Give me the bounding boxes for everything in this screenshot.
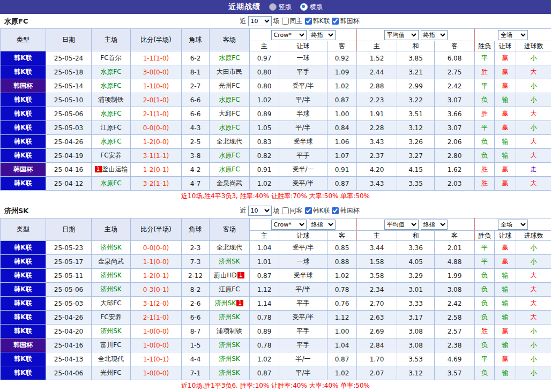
home-team[interactable]: 富川FC — [92, 338, 131, 352]
match-score[interactable]: 1-0(0-0) — [131, 338, 182, 352]
away-team[interactable]: 光州FC — [210, 79, 250, 93]
away-team[interactable]: 江原FC — [210, 283, 250, 297]
layout-option-vertical[interactable]: 竖版 — [269, 3, 292, 12]
away-team[interactable]: 全北现代 — [210, 241, 250, 255]
match-score[interactable]: 2-0(1-0) — [131, 93, 182, 107]
away-team[interactable]: 水原FC — [210, 149, 250, 163]
euro-draw-odds: 2.99 — [397, 79, 435, 93]
recent-label: 近 — [240, 206, 247, 215]
home-team[interactable]: 水原FC — [92, 135, 131, 149]
kleague-filter[interactable]: 韩K联 — [304, 17, 330, 26]
result-select-cell: 全场 — [475, 29, 551, 41]
team-name: 水原FC — [100, 138, 121, 145]
match-score[interactable]: 1-0(0-0) — [131, 325, 182, 338]
home-team[interactable]: 金泉尚武 — [92, 255, 131, 269]
home-team[interactable]: 1釜山运输 — [92, 163, 131, 177]
home-team[interactable]: 济州SK — [92, 241, 131, 255]
home-team[interactable]: 济州SK — [92, 325, 131, 338]
away-team[interactable]: 蔚山HD1 — [210, 269, 250, 283]
corners: 2-6 — [182, 297, 210, 311]
match-score[interactable]: 3-0(0-0) — [131, 65, 182, 79]
match-score[interactable]: 0-0(0-0) — [131, 121, 182, 135]
fulltime-select[interactable]: 全场 — [498, 30, 528, 40]
layout-option-horizontal[interactable]: 横版 — [300, 3, 323, 12]
match-score[interactable]: 1-1(0-0) — [131, 79, 182, 93]
match-score[interactable]: 1-1(0-1) — [131, 352, 182, 366]
away-team[interactable]: 水原FC — [210, 163, 250, 177]
asian-final-select[interactable]: 终指 — [309, 30, 336, 40]
away-team[interactable]: 济州SK — [210, 366, 250, 380]
home-team[interactable]: FC安养 — [92, 311, 131, 325]
away-team[interactable]: 全北现代 — [210, 135, 250, 149]
kleague-filter[interactable]: 韩K联 — [304, 206, 330, 215]
bookmaker-select[interactable]: Crow* — [271, 220, 307, 230]
euro-average-select[interactable]: 平均值 — [384, 30, 419, 40]
recent-count-select[interactable]: 10 — [248, 206, 272, 216]
bookmaker-select[interactable]: Crow* — [271, 30, 307, 40]
match-score[interactable]: 1-0(0-0) — [131, 366, 182, 380]
league-type: 韩K联 — [1, 135, 46, 149]
away-team[interactable]: 济州SK1 — [210, 297, 250, 311]
euro-average-select[interactable]: 平均值 — [384, 220, 419, 230]
home-team[interactable]: 水原FC — [92, 79, 131, 93]
home-team[interactable]: 光州FC — [92, 366, 131, 380]
home-team[interactable]: 江原FC — [92, 121, 131, 135]
radio-icon-vertical[interactable] — [269, 3, 277, 11]
away-team[interactable]: 济州SK — [210, 338, 250, 352]
result-outcome: 负 — [475, 135, 495, 149]
euro-final-select[interactable]: 终指 — [421, 220, 448, 230]
home-team[interactable]: 大邱FC — [92, 297, 131, 311]
away-team[interactable]: 水原FC — [210, 51, 250, 65]
match-score[interactable]: 0-3(0-1) — [131, 283, 182, 297]
match-score[interactable]: 0-0(0-0) — [131, 241, 182, 255]
match-score[interactable]: 2-1(1-0) — [131, 311, 182, 325]
home-team[interactable]: 水原FC — [92, 107, 131, 121]
match-score[interactable]: 1-2(0-1) — [131, 269, 182, 283]
same-venue-checkbox[interactable] — [282, 207, 289, 214]
home-team[interactable]: 济州SK — [92, 283, 131, 297]
same-venue-filter[interactable]: 同客 — [281, 206, 303, 215]
fulltime-select[interactable]: 全场 — [498, 220, 528, 230]
same-venue-checkbox[interactable] — [282, 18, 289, 25]
home-team[interactable]: 济州SK — [92, 269, 131, 283]
home-team[interactable]: 水原FC — [92, 65, 131, 79]
match-score[interactable]: 3-1(2-0) — [131, 297, 182, 311]
away-team[interactable]: 水原FC — [210, 93, 250, 107]
recent-count-select[interactable]: 10 — [248, 16, 272, 26]
cup-filter[interactable]: 韩国杯 — [331, 206, 359, 215]
home-team[interactable]: 浦项制铁 — [92, 93, 131, 107]
home-team[interactable]: 水原FC — [92, 177, 131, 191]
match-row: 韩K联25-04-13全北现代1-1(0-1)4-4济州SK1.02半/一0.8… — [1, 352, 551, 366]
asian-away-odds: 0.88 — [327, 255, 357, 269]
away-team[interactable]: 金泉尚武 — [210, 177, 250, 191]
kleague-checkbox[interactable] — [305, 18, 312, 25]
euro-home-odds: 2.44 — [357, 65, 397, 79]
away-team[interactable]: 济州SK — [210, 255, 250, 269]
cup-checkbox[interactable] — [332, 18, 339, 25]
away-team[interactable]: 济州SK — [210, 311, 250, 325]
match-score[interactable]: 3-2(1-1) — [131, 177, 182, 191]
asian-final-select[interactable]: 终指 — [309, 220, 336, 230]
col-header-home: 主场 — [92, 218, 131, 241]
away-team[interactable]: 浦项制铁 — [210, 325, 250, 338]
kleague-checkbox[interactable] — [305, 207, 312, 214]
match-score[interactable]: 1-2(0-0) — [131, 135, 182, 149]
radio-icon-horizontal[interactable] — [300, 3, 308, 11]
match-score[interactable]: 1-1(1-0) — [131, 51, 182, 65]
away-team[interactable]: 济州SK — [210, 352, 250, 366]
result-outcome: 胜 — [475, 107, 495, 121]
home-team[interactable]: FC安养 — [92, 149, 131, 163]
away-team[interactable]: 水原FC — [210, 121, 250, 135]
cup-checkbox[interactable] — [332, 207, 339, 214]
home-team[interactable]: 全北现代 — [92, 352, 131, 366]
cup-filter[interactable]: 韩国杯 — [331, 17, 359, 26]
home-team[interactable]: FC首尔 — [92, 51, 131, 65]
match-score[interactable]: 3-1(1-1) — [131, 149, 182, 163]
away-team[interactable]: 大邱FC — [210, 107, 250, 121]
euro-final-select[interactable]: 终指 — [421, 30, 448, 40]
same-venue-filter[interactable]: 同主 — [281, 17, 303, 26]
match-score[interactable]: 1-2(0-1) — [131, 163, 182, 177]
match-score[interactable]: 1-1(0-0) — [131, 255, 182, 269]
match-score[interactable]: 2-1(1-0) — [131, 107, 182, 121]
away-team[interactable]: 大田市民 — [210, 65, 250, 79]
